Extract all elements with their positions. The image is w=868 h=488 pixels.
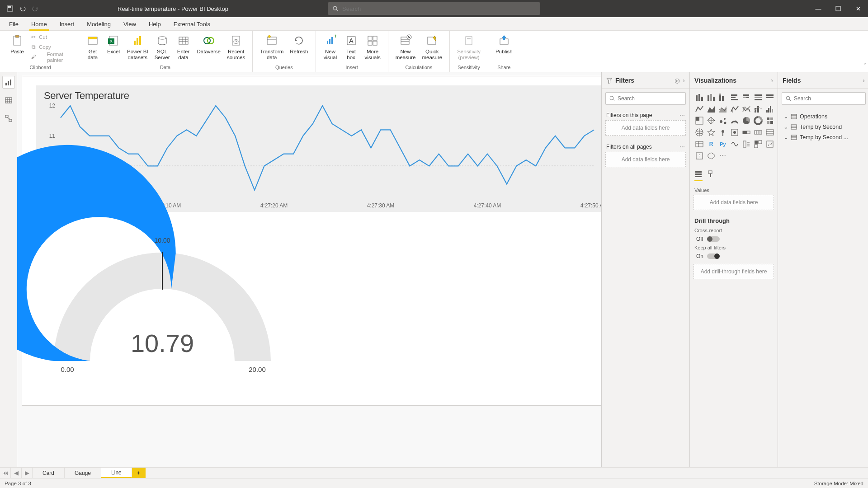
transform-data-button[interactable]: Transform data	[257, 33, 286, 61]
viz-type-6[interactable]	[765, 92, 775, 102]
excel-button[interactable]: XExcel	[104, 33, 123, 56]
filters-search[interactable]	[605, 92, 686, 105]
filters-collapse-icon[interactable]: ›	[683, 77, 685, 84]
filters-on-all-well[interactable]: Add data fields here	[605, 152, 686, 167]
tab-modeling[interactable]: Modeling	[80, 18, 117, 30]
gauge-visual[interactable]: 10.790.0020.0010.00	[36, 225, 289, 388]
cut-button[interactable]: ✂Cut	[28, 33, 73, 42]
fields-search-input[interactable]	[794, 95, 862, 102]
format-painter-button[interactable]: 🖌Format painter	[28, 52, 73, 62]
page-nav-next[interactable]: ▶	[22, 468, 33, 478]
page-nav-prev[interactable]: ◀	[11, 468, 22, 478]
field-table-1[interactable]: ⌄Temp by Second	[780, 122, 868, 132]
tab-insert[interactable]: Insert	[53, 18, 81, 30]
viz-type-35[interactable]: ⋮	[694, 151, 704, 161]
new-visual-button[interactable]: +New visual	[321, 33, 340, 61]
viz-type-28[interactable]	[694, 139, 704, 149]
viz-type-24[interactable]	[730, 127, 740, 137]
viz-type-14[interactable]	[694, 116, 704, 126]
minimize-button[interactable]: —	[808, 0, 828, 17]
recent-sources-button[interactable]: Recent sources	[224, 33, 248, 61]
fields-search[interactable]	[782, 92, 866, 105]
tab-home[interactable]: Home	[25, 18, 53, 30]
viz-type-19[interactable]	[753, 116, 763, 126]
refresh-button[interactable]: Refresh	[287, 33, 311, 56]
tab-help[interactable]: Help	[142, 18, 167, 30]
viz-type-7[interactable]	[694, 104, 704, 114]
viz-type-18[interactable]	[741, 116, 751, 126]
viz-type-0[interactable]	[694, 92, 704, 102]
get-data-button[interactable]: Get data	[83, 33, 103, 61]
viz-type-31[interactable]	[730, 139, 740, 149]
drill-through-well[interactable]: Add drill-through fields here	[693, 264, 774, 279]
undo-icon[interactable]	[18, 4, 27, 13]
quick-measure-button[interactable]: Quick measure	[419, 33, 445, 61]
viz-type-4[interactable]	[741, 92, 751, 102]
page-tab-line[interactable]: Line	[101, 468, 132, 478]
values-well[interactable]: Add data fields here	[693, 195, 774, 210]
report-view-icon[interactable]	[2, 76, 15, 89]
viz-type-3[interactable]	[730, 92, 740, 102]
viz-type-8[interactable]	[706, 104, 716, 114]
field-table-2[interactable]: ⌄Temp by Second ...	[780, 132, 868, 142]
format-tab-icon[interactable]	[707, 170, 715, 181]
viz-type-15[interactable]	[706, 116, 716, 126]
viz-type-11[interactable]	[741, 104, 751, 114]
page-nav-first[interactable]: ⏮	[0, 468, 11, 478]
filters-on-page-well[interactable]: Add data fields here	[605, 120, 686, 136]
viz-type-29[interactable]: R	[706, 139, 716, 149]
keep-filters-toggle[interactable]	[707, 253, 720, 259]
text-box-button[interactable]: AText box	[341, 33, 361, 61]
maximize-button[interactable]	[828, 0, 848, 17]
model-view-icon[interactable]	[2, 112, 15, 125]
global-search-input[interactable]	[342, 5, 536, 12]
viz-type-37[interactable]: ⋯	[718, 151, 728, 161]
viz-type-32[interactable]	[741, 139, 751, 149]
ribbon-collapse-icon[interactable]: ⌃	[863, 62, 867, 68]
viz-type-36[interactable]	[706, 151, 716, 161]
viz-type-9[interactable]	[718, 104, 728, 114]
viz-type-10[interactable]	[730, 104, 740, 114]
dataverse-button[interactable]: Dataverse	[194, 33, 223, 56]
viz-type-13[interactable]	[765, 104, 775, 114]
more-icon[interactable]: ⋯	[679, 112, 685, 118]
viz-type-30[interactable]: Py	[718, 139, 728, 149]
global-search[interactable]	[328, 2, 540, 15]
fields-tab-icon[interactable]	[694, 170, 703, 181]
page-tab-card[interactable]: Card	[33, 468, 65, 478]
viz-type-20[interactable]	[765, 116, 775, 126]
viz-type-22[interactable]	[706, 127, 716, 137]
pbi-datasets-button[interactable]: Power BI datasets	[124, 33, 151, 61]
viz-collapse-icon[interactable]: ›	[771, 77, 773, 84]
fields-collapse-icon[interactable]: ›	[863, 77, 865, 84]
add-page-button[interactable]: +	[132, 468, 146, 478]
viz-type-16[interactable]	[718, 116, 728, 126]
viz-type-27[interactable]	[765, 127, 775, 137]
viz-type-5[interactable]	[753, 92, 763, 102]
more-icon[interactable]: ⋯	[679, 144, 685, 150]
enter-data-button[interactable]: Enter data	[174, 33, 193, 61]
close-button[interactable]: ✕	[848, 0, 868, 17]
viz-type-21[interactable]	[694, 127, 704, 137]
save-icon[interactable]	[5, 4, 14, 13]
tab-view[interactable]: View	[117, 18, 142, 30]
viz-type-33[interactable]	[753, 139, 763, 149]
viz-type-1[interactable]	[706, 92, 716, 102]
viz-type-2[interactable]	[718, 92, 728, 102]
field-table-0[interactable]: ⌄Operations	[780, 111, 868, 122]
report-canvas[interactable]: Server Temperature 91011124:27:00 AM4:27…	[17, 72, 601, 468]
publish-button[interactable]: Publish	[493, 33, 515, 56]
viz-type-34[interactable]	[765, 139, 775, 149]
redo-icon[interactable]	[31, 4, 40, 13]
viz-type-26[interactable]	[753, 127, 763, 137]
viz-type-12[interactable]	[753, 104, 763, 114]
file-tab[interactable]: File	[3, 18, 25, 30]
sensitivity-button[interactable]: Sensitivity (preview)	[454, 33, 483, 61]
copy-button[interactable]: ⧉Copy	[28, 42, 73, 52]
filters-search-input[interactable]	[618, 95, 685, 102]
sql-server-button[interactable]: SQL Server	[152, 33, 173, 61]
viz-type-25[interactable]	[741, 127, 751, 137]
new-measure-button[interactable]: fxNew measure	[393, 33, 419, 61]
viz-type-23[interactable]	[718, 127, 728, 137]
more-visuals-button[interactable]: More visuals	[362, 33, 383, 61]
